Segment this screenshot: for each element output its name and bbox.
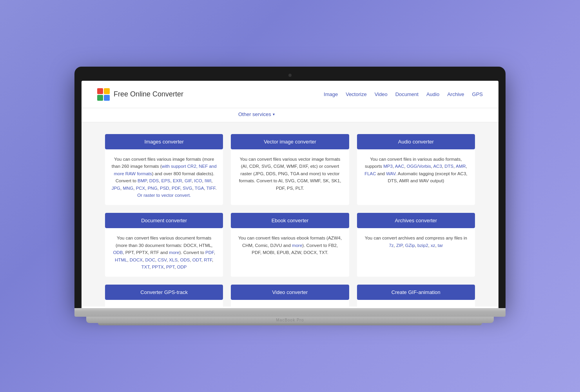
images-svg-link[interactable]: SVG xyxy=(183,186,192,191)
ebook-converter-card: Ebook converter You can convert files va… xyxy=(231,213,349,277)
nav-archive[interactable]: Archive xyxy=(447,91,464,97)
logo-icon xyxy=(97,88,110,101)
site-main: Images converter You can convert files v… xyxy=(82,122,498,307)
doc-odp-link[interactable]: ODP xyxy=(177,265,187,269)
laptop-brand-label: MacBook Pro xyxy=(276,318,304,322)
audio-dts-link[interactable]: DTS xyxy=(444,164,453,169)
doc-doc-link[interactable]: DOC xyxy=(145,258,155,262)
doc-docx-link[interactable]: DOCX xyxy=(130,258,143,262)
gps-converter-button[interactable]: Converter GPS-track xyxy=(105,285,223,300)
archive-zip-link[interactable]: ZIP xyxy=(396,243,402,248)
images-ico-link[interactable]: ICO xyxy=(194,178,202,183)
gif-converter-desc xyxy=(357,300,475,307)
nav-document[interactable]: Document xyxy=(395,91,419,97)
site-header: Free Online Converter Image Vectorize Vi… xyxy=(82,81,498,108)
video-converter-card: Video converter You can convert files va… xyxy=(231,285,349,307)
archive-gzip-link[interactable]: GZip xyxy=(405,243,415,248)
nav-audio[interactable]: Audio xyxy=(426,91,439,97)
doc-html-link[interactable]: HTML xyxy=(115,258,127,262)
ebook-more-link[interactable]: more xyxy=(292,243,302,248)
audio-mp3-link[interactable]: MP3 xyxy=(383,164,393,169)
archive-bzip2-link[interactable]: bzip2 xyxy=(417,243,428,248)
archive-7z-link[interactable]: 7z xyxy=(389,243,393,248)
doc-pptx-link[interactable]: PPTX xyxy=(152,265,164,269)
archives-converter-button[interactable]: Archives converter xyxy=(357,213,475,228)
archives-converter-card: Archives converter You can convert archi… xyxy=(357,213,475,277)
archive-tar-link[interactable]: tar xyxy=(438,243,443,248)
audio-converter-button[interactable]: Audio converter xyxy=(357,134,475,149)
doc-odt-link[interactable]: ODT xyxy=(192,258,201,262)
doc-more-link[interactable]: more xyxy=(169,250,179,255)
vector-converter-card: Vector image converter You can convert f… xyxy=(231,134,349,205)
archive-xz-link[interactable]: xz xyxy=(431,243,435,248)
audio-ogg-link[interactable]: OGG/Vorbis xyxy=(407,164,431,169)
logo-area: Free Online Converter xyxy=(97,88,183,101)
camera xyxy=(288,74,292,77)
images-converter-card: Images converter You can convert files v… xyxy=(105,134,223,205)
video-converter-desc: You can convert files various video form… xyxy=(231,300,349,307)
vector-converter-desc: You can convert files various vector ima… xyxy=(231,149,349,198)
doc-pdf-link[interactable]: PDF xyxy=(205,250,214,255)
nav-video[interactable]: Video xyxy=(375,91,388,97)
nav-image[interactable]: Image xyxy=(324,91,338,97)
images-exr-link[interactable]: EXR xyxy=(173,178,182,183)
other-services-button[interactable]: Other services ▾ xyxy=(238,111,483,117)
converters-grid: Images converter You can convert files v… xyxy=(105,134,475,307)
audio-aac-link[interactable]: AAC xyxy=(395,164,404,169)
audio-amr-link[interactable]: AMR xyxy=(456,164,466,169)
chevron-down-icon: ▾ xyxy=(273,112,275,116)
screen-bezel: Free Online Converter Image Vectorize Vi… xyxy=(74,67,506,308)
images-dds-link[interactable]: DDS xyxy=(149,178,159,183)
svg-rect-1 xyxy=(104,88,110,94)
audio-converter-desc: You can convert files in various audio f… xyxy=(357,149,475,191)
ebook-converter-desc: You can convert files various ebook form… xyxy=(231,228,349,262)
doc-ppt-link[interactable]: PPT xyxy=(166,265,174,269)
site-subheader: Other services ▾ xyxy=(82,108,498,122)
images-pcx-link[interactable]: PCX xyxy=(136,186,145,191)
other-services-label: Other services xyxy=(238,111,271,117)
images-png-link[interactable]: PNG xyxy=(148,186,158,191)
images-converter-button[interactable]: Images converter xyxy=(105,134,223,149)
doc-ods-link[interactable]: ODS xyxy=(180,258,190,262)
doc-xls-link[interactable]: XLS xyxy=(169,258,178,262)
screen: Free Online Converter Image Vectorize Vi… xyxy=(82,81,498,308)
images-raster-link[interactable]: Or raster to vector convert. xyxy=(137,193,191,198)
gps-converter-desc: Online GPS-track converter can convert f… xyxy=(105,300,223,307)
vector-converter-button[interactable]: Vector image converter xyxy=(231,134,349,149)
audio-flac-link[interactable]: FLAC xyxy=(364,171,376,176)
images-psd-link[interactable]: PSD xyxy=(160,186,169,191)
header-inner: Free Online Converter Image Vectorize Vi… xyxy=(97,88,483,101)
laptop-bottom xyxy=(74,308,506,317)
main-nav: Image Vectorize Video Document Audio Arc… xyxy=(324,91,483,97)
video-converter-button[interactable]: Video converter xyxy=(231,285,349,300)
doc-rtf-link[interactable]: RTF xyxy=(204,258,212,262)
ebook-converter-button[interactable]: Ebook converter xyxy=(231,213,349,228)
audio-converter-card: Audio converter You can convert files in… xyxy=(357,134,475,205)
nav-vectorize[interactable]: Vectorize xyxy=(346,91,366,97)
doc-csv-link[interactable]: CSV xyxy=(158,258,167,262)
images-eps-link[interactable]: EPS xyxy=(161,178,170,183)
svg-rect-0 xyxy=(97,88,103,94)
svg-rect-3 xyxy=(104,95,110,101)
images-raw-link[interactable]: with support CR2, NEF and more RAW forma… xyxy=(114,164,216,176)
doc-odb-link[interactable]: ODB xyxy=(113,250,123,255)
gif-converter-button[interactable]: Create GIF-animation xyxy=(357,285,475,300)
document-converter-card: Document converter You can convert files… xyxy=(105,213,223,277)
images-pdf-link[interactable]: PDF xyxy=(172,186,180,191)
laptop-base: MacBook Pro xyxy=(86,317,494,323)
images-bmp-link[interactable]: BMP xyxy=(138,178,147,183)
audio-wav-link[interactable]: WAV xyxy=(386,171,395,176)
images-gif-link[interactable]: GIF xyxy=(185,178,192,183)
nav-gps[interactable]: GPS xyxy=(472,91,483,97)
images-iwi-link[interactable]: IWI xyxy=(205,178,211,183)
gps-converter-card: Converter GPS-track Online GPS-track con… xyxy=(105,285,223,307)
audio-ac3-link[interactable]: AC3 xyxy=(433,164,442,169)
images-tiff-link[interactable]: TIFF xyxy=(206,186,215,191)
document-converter-button[interactable]: Document converter xyxy=(105,213,223,228)
images-jpg-link[interactable]: JPG xyxy=(112,186,120,191)
images-mng-link[interactable]: MNG xyxy=(123,186,133,191)
doc-txt-link[interactable]: TXT xyxy=(141,265,149,269)
images-tga-link[interactable]: TGA xyxy=(195,186,204,191)
svg-rect-2 xyxy=(97,95,103,101)
document-converter-desc: You can convert files various document f… xyxy=(105,228,223,277)
